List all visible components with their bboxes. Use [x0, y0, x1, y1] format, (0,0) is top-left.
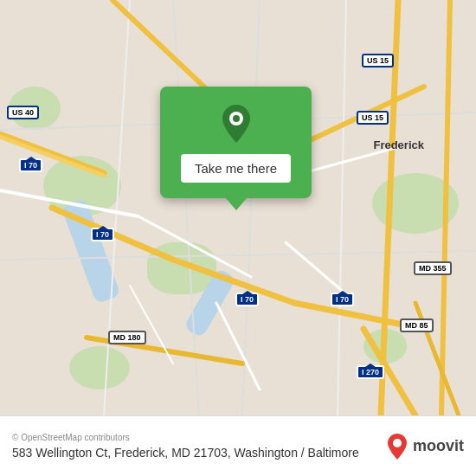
address-text: 583 Wellington Ct, Frederick, MD 21703, … — [12, 446, 387, 460]
footer: © OpenStreetMap contributors 583 Welling… — [0, 415, 476, 476]
highway-badge-i70-left: I 70 — [19, 158, 42, 172]
map-container: Frederick I 70 US 40 I 70 US 15 US 15 I … — [0, 0, 476, 415]
svg-point-26 — [393, 439, 402, 447]
map-popup: Take me there — [160, 87, 312, 210]
highway-badge-md180: MD 180 — [108, 331, 146, 344]
svg-line-7 — [0, 137, 104, 176]
highway-badge-i70-mid: I 70 — [91, 228, 114, 241]
highway-badge-us15-top: US 15 — [362, 54, 394, 68]
svg-point-25 — [233, 115, 240, 122]
take-me-there-button[interactable]: Take me there — [181, 154, 291, 183]
highway-badge-us15-mid: US 15 — [357, 111, 389, 125]
map-pin-icon — [215, 102, 258, 145]
moovit-logo-text: moovit — [413, 437, 464, 455]
svg-line-22 — [130, 286, 173, 363]
svg-line-4 — [104, 0, 130, 415]
svg-line-14 — [441, 0, 450, 415]
svg-line-6 — [0, 134, 104, 173]
highway-badge-i70-right: I 70 — [331, 293, 354, 306]
highway-badge-md85: MD 85 — [400, 318, 434, 332]
svg-line-5 — [338, 0, 346, 415]
popup-arrow — [226, 198, 247, 210]
svg-line-23 — [286, 242, 346, 294]
city-label: Frederick — [373, 138, 424, 151]
highway-badge-us40: US 40 — [7, 106, 39, 119]
highway-badge-i270: I 270 — [357, 365, 384, 379]
highway-badge-md355: MD 355 — [414, 261, 452, 275]
popup-card: Take me there — [160, 87, 312, 198]
footer-left: © OpenStreetMap contributors 583 Welling… — [12, 433, 387, 460]
moovit-pin-icon — [387, 434, 408, 460]
svg-line-21 — [216, 303, 260, 389]
highway-badge-i70-center: I 70 — [235, 293, 259, 306]
copyright-text: © OpenStreetMap contributors — [12, 433, 387, 442]
svg-line-3 — [0, 251, 476, 260]
moovit-logo: moovit — [387, 434, 464, 460]
